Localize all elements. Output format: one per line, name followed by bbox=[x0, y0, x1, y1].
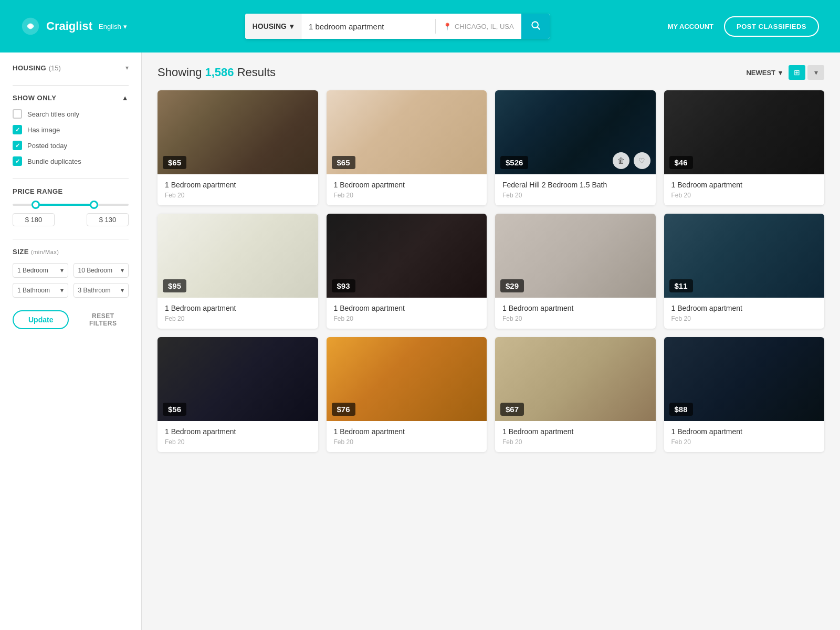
language-selector[interactable]: English ▾ bbox=[99, 23, 127, 30]
results-controls: NEWEST ▾ ⊞ ▾ bbox=[746, 65, 824, 80]
card-body: 1 Bedroom apartment Feb 20 bbox=[664, 298, 825, 329]
card-image: $46 bbox=[664, 90, 825, 174]
card-delete-button[interactable]: 🗑 bbox=[613, 152, 629, 169]
svg-point-1 bbox=[28, 24, 33, 29]
card-price: $11 bbox=[669, 279, 693, 292]
card-price: $46 bbox=[669, 156, 693, 169]
has-image-checkbox[interactable] bbox=[13, 125, 22, 134]
svg-line-3 bbox=[537, 27, 540, 29]
posted-today-checkbox[interactable] bbox=[13, 141, 22, 150]
card-body: 1 Bedroom apartment Feb 20 bbox=[664, 174, 825, 205]
size-title: SIZE (min/Max) bbox=[13, 248, 129, 256]
min-bathroom-chevron-icon: ▾ bbox=[60, 287, 64, 294]
card-image: $65 bbox=[158, 90, 318, 174]
header-logo-area: Craiglist English ▾ bbox=[21, 17, 127, 36]
min-bedroom-select[interactable]: 1 Bedroom ▾ bbox=[13, 263, 68, 278]
filter-has-image[interactable]: Has image bbox=[13, 125, 129, 134]
language-chevron-icon: ▾ bbox=[123, 23, 127, 30]
list-view-button[interactable]: ▾ bbox=[807, 65, 824, 80]
card-date: Feb 20 bbox=[671, 315, 817, 322]
max-bathroom-label: 3 Bathroom bbox=[78, 287, 111, 294]
card-favorite-button[interactable]: ♡ bbox=[634, 152, 650, 169]
card-title: 1 Bedroom apartment bbox=[165, 181, 311, 189]
price-slider-thumb-max[interactable] bbox=[90, 201, 98, 209]
listing-card[interactable]: $76 1 Bedroom apartment Feb 20 bbox=[327, 337, 487, 452]
max-bedroom-label: 10 Bedroom bbox=[78, 267, 112, 274]
card-image: $95 bbox=[158, 214, 318, 298]
show-only-label: SHOW ONLY bbox=[13, 94, 56, 102]
listing-card[interactable]: $11 1 Bedroom apartment Feb 20 bbox=[664, 214, 825, 329]
filter-buttons: Update RESET FILTERS bbox=[13, 310, 129, 329]
listing-card[interactable]: $46 1 Bedroom apartment Feb 20 bbox=[664, 90, 825, 205]
search-input[interactable] bbox=[301, 22, 435, 31]
grid-view-button[interactable]: ⊞ bbox=[789, 65, 805, 80]
post-classifieds-button[interactable]: POST CLASSIFIEDS bbox=[724, 16, 819, 37]
card-title: 1 Bedroom apartment bbox=[671, 427, 817, 436]
card-title: 1 Bedroom apartment bbox=[671, 304, 817, 312]
update-button[interactable]: Update bbox=[13, 310, 69, 329]
my-account-link[interactable]: MY ACCOUNT bbox=[668, 23, 713, 30]
card-price: $95 bbox=[163, 279, 186, 292]
listing-card[interactable]: $526 🗑 ♡ Federal Hill 2 Bedroom 1.5 Bath… bbox=[495, 90, 656, 205]
search-button[interactable] bbox=[521, 14, 550, 39]
card-date: Feb 20 bbox=[334, 438, 480, 446]
size-section: SIZE (min/Max) 1 Bedroom ▾ 10 Bedroom ▾ … bbox=[13, 248, 129, 298]
search-titles-label: Search titles only bbox=[27, 110, 79, 118]
card-date: Feb 20 bbox=[334, 192, 480, 199]
filter-divider-1 bbox=[13, 85, 129, 86]
results-count: 1,586 bbox=[205, 66, 234, 79]
reset-filters-button[interactable]: RESET FILTERS bbox=[77, 312, 129, 327]
price-range-section: PRICE RANGE $ 180 $ 130 bbox=[13, 187, 129, 226]
card-price: $65 bbox=[332, 156, 355, 169]
listing-card[interactable]: $65 1 Bedroom apartment Feb 20 bbox=[327, 90, 487, 205]
filter-search-titles[interactable]: Search titles only bbox=[13, 109, 129, 119]
max-bedroom-select[interactable]: 10 Bedroom ▾ bbox=[74, 263, 129, 278]
card-price: $67 bbox=[500, 403, 524, 416]
max-bathroom-select[interactable]: 3 Bathroom ▾ bbox=[74, 283, 129, 298]
listing-card[interactable]: $88 1 Bedroom apartment Feb 20 bbox=[664, 337, 825, 452]
card-image: $526 🗑 ♡ bbox=[495, 90, 656, 174]
language-label: English bbox=[99, 23, 121, 30]
sort-chevron-icon: ▾ bbox=[779, 69, 782, 77]
price-slider-thumb-min[interactable] bbox=[32, 201, 40, 209]
sidebar: HOUSING (15) ▾ SHOW ONLY ▲ Search titles… bbox=[0, 52, 142, 630]
min-bedroom-chevron-icon: ▾ bbox=[60, 267, 64, 274]
listing-card[interactable]: $67 1 Bedroom apartment Feb 20 bbox=[495, 337, 656, 452]
location-field[interactable]: 📍 CHICAGO, IL, USA bbox=[436, 23, 521, 30]
listing-card[interactable]: $93 1 Bedroom apartment Feb 20 bbox=[327, 214, 487, 329]
results-label: Results bbox=[237, 66, 276, 79]
card-title: 1 Bedroom apartment bbox=[334, 181, 480, 189]
card-body: 1 Bedroom apartment Feb 20 bbox=[158, 298, 318, 329]
filter-divider-2 bbox=[13, 178, 129, 179]
price-inputs: $ 180 $ 130 bbox=[13, 213, 129, 226]
card-date: Feb 20 bbox=[671, 192, 817, 199]
price-max-input[interactable]: $ 130 bbox=[87, 213, 129, 226]
search-titles-checkbox[interactable] bbox=[13, 109, 22, 119]
showing-label: Showing bbox=[158, 66, 202, 79]
listing-card[interactable]: $65 1 Bedroom apartment Feb 20 bbox=[158, 90, 318, 205]
listing-card[interactable]: $95 1 Bedroom apartment Feb 20 bbox=[158, 214, 318, 329]
card-date: Feb 20 bbox=[165, 192, 311, 199]
listing-card[interactable]: $56 1 Bedroom apartment Feb 20 bbox=[158, 337, 318, 452]
view-toggle: ⊞ ▾ bbox=[789, 65, 824, 80]
card-body: Federal Hill 2 Bedroom 1.5 Bath Feb 20 bbox=[495, 174, 656, 205]
card-body: 1 Bedroom apartment Feb 20 bbox=[664, 421, 825, 452]
category-dropdown[interactable]: HOUSING ▾ bbox=[245, 14, 301, 39]
logo-icon bbox=[21, 17, 40, 36]
housing-section-header[interactable]: HOUSING (15) ▾ bbox=[13, 63, 129, 72]
price-slider-fill bbox=[36, 204, 94, 206]
min-bathroom-select[interactable]: 1 Bathroom ▾ bbox=[13, 283, 68, 298]
sort-dropdown[interactable]: NEWEST ▾ bbox=[746, 69, 782, 77]
category-chevron-icon: ▾ bbox=[290, 22, 293, 30]
filter-bundle-duplicates[interactable]: Bundle duplicates bbox=[13, 156, 129, 166]
card-title: 1 Bedroom apartment bbox=[334, 427, 480, 436]
bundle-duplicates-checkbox[interactable] bbox=[13, 156, 22, 166]
price-min-input[interactable]: $ 180 bbox=[13, 213, 55, 226]
filter-posted-today[interactable]: Posted today bbox=[13, 141, 129, 150]
card-image: $65 bbox=[327, 90, 487, 174]
listing-card[interactable]: $29 1 Bedroom apartment Feb 20 bbox=[495, 214, 656, 329]
show-only-header[interactable]: SHOW ONLY ▲ bbox=[13, 94, 129, 102]
bundle-duplicates-label: Bundle duplicates bbox=[27, 158, 81, 165]
price-slider-track[interactable] bbox=[13, 204, 129, 206]
card-image: $29 bbox=[495, 214, 656, 298]
